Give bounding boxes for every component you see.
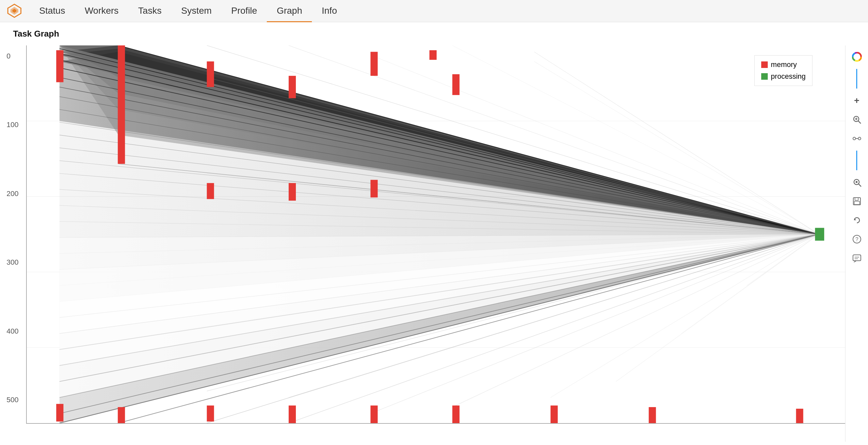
svg-rect-92: [551, 406, 558, 423]
svg-rect-90: [452, 74, 460, 95]
svg-rect-83: [207, 406, 214, 421]
svg-rect-89: [371, 406, 378, 423]
app-logo: [6, 3, 23, 19]
svg-rect-88: [371, 180, 378, 197]
svg-rect-96: [429, 50, 437, 60]
nav-item-graph[interactable]: Graph: [267, 0, 312, 22]
graph-container: 500 400 300 200 100 0: [0, 46, 868, 442]
svg-rect-85: [289, 183, 296, 201]
svg-rect-109: [855, 198, 858, 200]
svg-rect-79: [118, 46, 125, 164]
chart-yaxis-wrapper: 500 400 300 200 100 0: [0, 46, 845, 442]
save-button[interactable]: [849, 193, 865, 209]
chart-area[interactable]: memory processing 0 1 2 3 4 5 6 7: [26, 46, 845, 424]
nav-item-tasks[interactable]: Tasks: [128, 0, 172, 22]
memory-color-box: [761, 61, 768, 68]
zoom-fit-icon: [852, 178, 862, 187]
main-content: Task Graph 500 400 300 200 100 0: [0, 22, 868, 445]
chart-legend: memory processing: [754, 55, 812, 86]
nav-item-system[interactable]: System: [172, 0, 221, 22]
svg-point-102: [853, 137, 856, 140]
svg-point-103: [858, 137, 861, 140]
comment-icon: [852, 254, 862, 263]
svg-rect-78: [56, 404, 63, 421]
search-icon: [852, 115, 862, 124]
plus-icon: +: [854, 95, 859, 106]
color-wheel-icon: [852, 52, 862, 62]
nodes-icon: [852, 134, 862, 143]
y-label-0: 0: [6, 52, 23, 60]
nav-item-status[interactable]: Status: [29, 0, 75, 22]
navbar: StatusWorkersTasksSystemProfileGraphInfo: [0, 0, 868, 22]
sidebar-toolbar: +: [845, 46, 868, 442]
y-label-200: 200: [6, 189, 23, 198]
svg-text:?: ?: [855, 237, 858, 242]
svg-rect-110: [854, 201, 860, 205]
svg-rect-93: [649, 407, 656, 423]
svg-rect-82: [207, 183, 214, 199]
svg-point-107: [856, 181, 858, 183]
comment-button[interactable]: [849, 250, 865, 266]
nav-items: StatusWorkersTasksSystemProfileGraphInfo: [29, 0, 347, 22]
zoom-in-button[interactable]: +: [849, 92, 865, 109]
y-axis: 500 400 300 200 100 0: [0, 46, 26, 424]
svg-rect-84: [289, 76, 296, 98]
legend-memory: memory: [761, 60, 806, 69]
y-label-500: 500: [6, 396, 23, 404]
nav-item-info[interactable]: Info: [312, 0, 347, 22]
help-icon: ?: [852, 235, 862, 244]
nav-item-profile[interactable]: Profile: [221, 0, 267, 22]
refresh-icon: [852, 216, 862, 225]
blue-divider: [856, 69, 857, 89]
y-label-100: 100: [6, 121, 23, 129]
color-wheel-button[interactable]: [849, 49, 865, 65]
svg-rect-86: [289, 406, 296, 423]
svg-rect-87: [371, 52, 378, 76]
help-button[interactable]: ?: [849, 231, 865, 247]
page-title: Task Graph: [0, 22, 868, 42]
svg-rect-94: [796, 409, 803, 423]
reset-view-button[interactable]: [849, 174, 865, 190]
legend-memory-label: memory: [771, 60, 797, 69]
svg-rect-95: [815, 228, 824, 240]
legend-processing-label: processing: [771, 72, 806, 81]
processing-color-box: [761, 73, 768, 80]
svg-rect-80: [118, 407, 125, 423]
svg-line-99: [858, 121, 861, 123]
svg-line-106: [859, 184, 861, 186]
refresh-button[interactable]: [849, 212, 865, 228]
svg-rect-77: [56, 50, 63, 82]
svg-rect-114: [853, 255, 861, 261]
chart-svg: [27, 46, 845, 423]
legend-processing: processing: [761, 72, 806, 81]
svg-rect-91: [452, 406, 460, 423]
nodes-button[interactable]: [849, 130, 865, 147]
nav-item-workers[interactable]: Workers: [75, 0, 128, 22]
save-icon: [852, 197, 862, 206]
search-button[interactable]: [849, 111, 865, 128]
svg-rect-81: [207, 61, 214, 87]
blue-divider-2: [856, 151, 857, 170]
y-label-400: 400: [6, 327, 23, 335]
y-label-300: 300: [6, 258, 23, 267]
